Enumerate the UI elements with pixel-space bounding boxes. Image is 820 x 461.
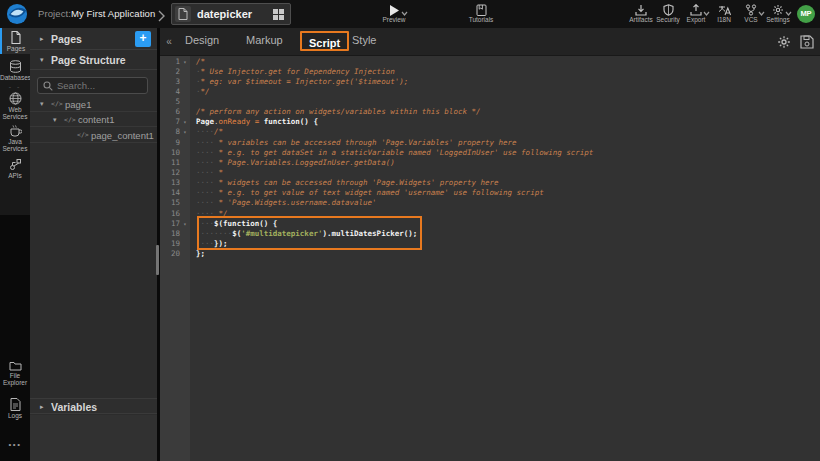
gutter-line-14[interactable]: 14 — [160, 188, 190, 198]
gutter-line-1[interactable]: 1▾ — [160, 57, 190, 67]
sidebar-item-pages[interactable]: Pages — [0, 28, 30, 54]
editor-gutter: 1▾234567▾8▾91011121314151617▾181920 — [160, 56, 190, 461]
more-options-button[interactable]: ••• — [0, 440, 30, 449]
sidebar-item-java-services[interactable]: Java Services — [0, 121, 30, 151]
save-button[interactable] — [800, 35, 814, 49]
gear-icon — [777, 35, 791, 49]
code-line-15[interactable]: ···· * 'Page.Widgets.username.datavalue' — [196, 198, 820, 208]
sidebar-item-apis[interactable]: APIs — [0, 155, 30, 181]
code-line-20[interactable]: }; — [196, 249, 820, 259]
settings-button[interactable]: Settings — [762, 0, 794, 28]
sidebar-divider: - - — [0, 85, 30, 89]
add-page-button[interactable]: + — [135, 31, 151, 47]
gutter-line-4[interactable]: 4 — [160, 87, 190, 97]
tree-item-content1[interactable]: ▾</>content1 — [30, 112, 157, 128]
sidebar-item-logs[interactable]: Logs — [0, 398, 30, 424]
database-icon — [0, 60, 30, 73]
gutter-line-3[interactable]: 3 — [160, 77, 190, 87]
chevron-down-icon[interactable] — [401, 2, 408, 20]
wavemaker-studio: Project:My First Application datepicker … — [0, 0, 820, 461]
code-line-2[interactable]: ·* Use Injector.get for Dependency Injec… — [196, 67, 820, 77]
code-line-14[interactable]: ···· * e.g. to get value of text widget … — [196, 188, 820, 198]
gutter-line-10[interactable]: 10 — [160, 148, 190, 158]
code-line-8[interactable]: ····/* — [196, 127, 820, 137]
editor-code[interactable]: /*·* Use Injector.get for Dependency Inj… — [190, 56, 820, 461]
caret-down-icon[interactable]: ▾ — [53, 116, 57, 124]
app-logo-icon[interactable] — [6, 3, 28, 25]
sidebar-item-file-explorer[interactable]: File Explorer — [0, 360, 30, 392]
breadcrumb-chevron-icon — [158, 8, 165, 26]
page-structure-header[interactable]: ▾ Page Structure — [30, 50, 157, 70]
code-icon: </> — [77, 131, 89, 139]
gutter-line-13[interactable]: 13 — [160, 178, 190, 188]
coffee-icon — [0, 124, 30, 137]
chevron-down-icon — [703, 2, 710, 20]
grid-icon[interactable] — [273, 9, 284, 20]
tab-style[interactable]: Style — [352, 34, 376, 46]
sidebar-item-web-services[interactable]: Web Services — [0, 89, 30, 119]
gear-icon — [762, 0, 794, 16]
gutter-line-8[interactable]: 8▾ — [160, 127, 190, 137]
code-line-5[interactable] — [196, 97, 820, 107]
preview-button[interactable]: Preview — [374, 0, 414, 28]
gutter-line-9[interactable]: 9 — [160, 138, 190, 148]
i18n-button[interactable]: I18N — [710, 0, 738, 28]
code-line-4[interactable]: ·*/ — [196, 87, 820, 97]
page-settings-button[interactable] — [777, 35, 791, 49]
gutter-line-20[interactable]: 20 — [160, 249, 190, 259]
code-line-11[interactable]: ···· * Page.Variables.LoggedInUser.getDa… — [196, 158, 820, 168]
search-input[interactable]: Search... — [37, 77, 148, 94]
code-line-3[interactable]: ·* eg: var $timeout = Injector.get('$tim… — [196, 77, 820, 87]
tab-design[interactable]: Design — [185, 34, 219, 46]
i18n-label: I18N — [710, 16, 738, 23]
code-line-9[interactable]: ···· * variables can be accessed through… — [196, 138, 820, 148]
gutter-line-19[interactable]: 19 — [160, 239, 190, 249]
tab-script[interactable]: Script — [300, 31, 349, 51]
code-line-1[interactable]: /* — [196, 57, 820, 67]
gutter-line-15[interactable]: 15 — [160, 198, 190, 208]
upload-icon — [680, 0, 712, 16]
page-structure-title: Page Structure — [51, 54, 126, 66]
sidebar-item-databases[interactable]: Databases — [0, 57, 30, 85]
tree-item-page_content1[interactable]: </>page_content1 — [30, 127, 157, 143]
user-avatar[interactable]: MP — [797, 5, 815, 23]
variables-title: Variables — [51, 401, 97, 413]
code-icon: </> — [64, 116, 76, 124]
tutorials-icon — [462, 0, 500, 16]
gutter-line-18[interactable]: 18 — [160, 229, 190, 239]
code-line-7[interactable]: Page.onReady = function() { — [196, 117, 820, 127]
pages-panel-title: Pages — [51, 33, 82, 45]
log-icon — [0, 398, 30, 411]
gutter-line-11[interactable]: 11 — [160, 158, 190, 168]
panel-scrollbar[interactable] — [156, 245, 159, 275]
gutter-line-2[interactable]: 2 — [160, 67, 190, 77]
code-line-12[interactable]: ···· * — [196, 168, 820, 178]
caret-down-icon[interactable]: ▾ — [40, 100, 44, 108]
code-line-13[interactable]: ···· * widgets can be accessed through '… — [196, 178, 820, 188]
script-editor: 1▾234567▾8▾91011121314151617▾181920 /*·*… — [160, 56, 820, 461]
top-bar: Project:My First Application datepicker … — [0, 0, 820, 28]
tutorials-button[interactable]: Tutorials — [462, 0, 500, 28]
variables-section-header[interactable]: ▸ Variables — [30, 398, 157, 414]
collapse-panel-button[interactable]: « — [162, 34, 176, 49]
translate-icon — [710, 0, 738, 16]
tree-item-page1[interactable]: ▾</>page1 — [30, 96, 157, 112]
play-icon — [374, 0, 414, 16]
panel-bottom-area — [30, 415, 157, 461]
pages-panel-header[interactable]: ▸ Pages + — [30, 28, 157, 50]
gutter-line-12[interactable]: 12 — [160, 168, 190, 178]
tab-markup[interactable]: Markup — [246, 34, 283, 46]
save-icon — [800, 35, 814, 49]
code-line-10[interactable]: ···· * e.g. to get dataSet in a staticVa… — [196, 148, 820, 158]
gutter-line-5[interactable]: 5 — [160, 97, 190, 107]
open-page-tab[interactable]: datepicker — [171, 3, 291, 25]
page-file-icon — [175, 6, 191, 22]
folder-icon — [0, 360, 30, 371]
gutter-line-7[interactable]: 7▾ — [160, 117, 190, 127]
export-button[interactable]: Export — [680, 0, 712, 28]
code-line-6[interactable]: /* perform any action on widgets/variabl… — [196, 107, 820, 117]
gutter-line-16[interactable]: 16 — [160, 209, 190, 219]
gutter-line-6[interactable]: 6 — [160, 107, 190, 117]
preview-label: Preview — [374, 16, 414, 23]
gutter-line-17[interactable]: 17▾ — [160, 219, 190, 229]
